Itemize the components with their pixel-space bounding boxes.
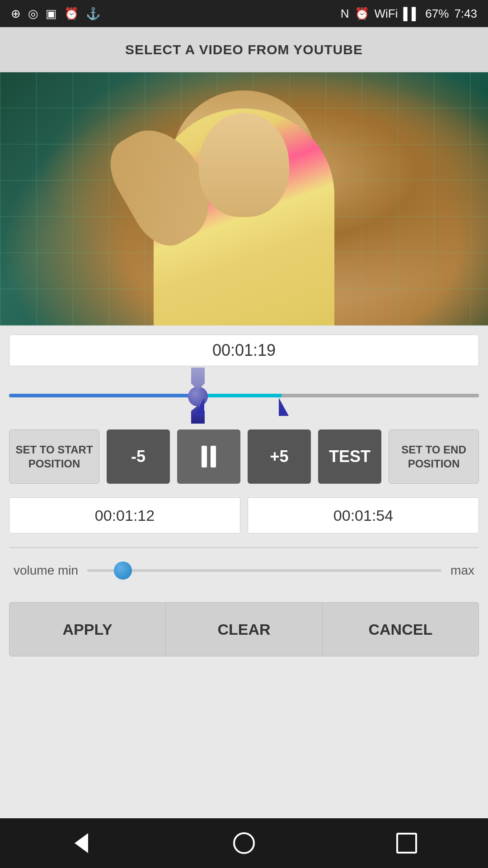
action-buttons-row: APPLY CLEAR CANCEL (9, 602, 479, 656)
end-marker (279, 398, 289, 416)
recents-square-icon (396, 833, 417, 854)
volume-max-label: max (450, 563, 474, 578)
cancel-button[interactable]: CANCEL (322, 602, 479, 656)
status-icons-right: N ⏰ WiFi ▌▌ 67% 7:43 (341, 7, 477, 21)
status-icons-left: ⊕ ◎ ▣ ⏰ ⚓ (11, 7, 100, 21)
sim-icon: ▣ (46, 7, 57, 21)
clock: 7:43 (454, 7, 477, 21)
current-time-display: 00:01:19 (9, 335, 479, 366)
volume-slider[interactable] (87, 561, 441, 580)
test-button[interactable]: TEST (318, 429, 381, 484)
headset-icon: ◎ (28, 7, 38, 21)
face-visual (199, 113, 289, 217)
pause-bar-left (202, 446, 207, 467)
recents-nav-button[interactable] (393, 830, 420, 857)
apply-button[interactable]: APPLY (9, 602, 166, 656)
end-time-display: 00:01:54 (248, 497, 479, 533)
battery-icon: 67% (425, 7, 449, 21)
seek-slider[interactable] (9, 375, 479, 416)
video-player[interactable] (0, 72, 488, 326)
slider-fill-active (197, 394, 282, 397)
thumb-top (191, 368, 205, 390)
anchor-icon: ⚓ (86, 7, 100, 21)
minus5-button[interactable]: -5 (107, 429, 170, 484)
video-thumbnail (0, 72, 488, 326)
signal-icon: ▌▌ (404, 7, 420, 21)
start-time-display: 00:01:12 (9, 497, 240, 533)
home-circle-icon (233, 832, 255, 854)
back-arrow-icon (75, 833, 88, 853)
slider-fill-left (9, 394, 197, 397)
back-nav-button[interactable] (68, 830, 95, 857)
volume-section: volume min max (9, 561, 479, 580)
slider-track (9, 394, 479, 397)
start-marker (194, 398, 204, 416)
divider (9, 547, 479, 548)
clear-button[interactable]: CLEAR (166, 602, 322, 656)
set-start-position-button[interactable]: SET TO START POSITION (9, 429, 99, 484)
slider-fill-right (282, 394, 479, 397)
sync-icon: ⊕ (11, 7, 21, 21)
status-bar: ⊕ ◎ ▣ ⏰ ⚓ N ⏰ WiFi ▌▌ 67% 7:43 (0, 0, 488, 27)
volume-min-label: volume min (14, 563, 78, 578)
nfc-icon: N (341, 7, 349, 21)
set-end-position-button[interactable]: SET TO END POSITION (389, 429, 479, 484)
alarm-icon: ⏰ (64, 7, 79, 21)
pause-button[interactable] (177, 429, 240, 484)
home-nav-button[interactable] (230, 830, 258, 857)
alarm2-icon: ⏰ (355, 7, 369, 21)
volume-thumb[interactable] (114, 561, 132, 580)
select-video-button[interactable]: SELECT A VIDEO FROM YOUTUBE (0, 27, 488, 72)
pause-bar-right (211, 446, 216, 467)
pause-icon (202, 446, 216, 467)
control-button-row: SET TO START POSITION -5 +5 TEST SET TO … (9, 429, 479, 484)
time-markers-row: 00:01:12 00:01:54 (9, 497, 479, 533)
plus5-button[interactable]: +5 (248, 429, 311, 484)
controls-area: 00:01:19 SET TO START POSITION -5 (0, 326, 488, 818)
navigation-bar (0, 818, 488, 868)
wifi-icon: WiFi (375, 7, 398, 21)
volume-track (87, 569, 441, 572)
